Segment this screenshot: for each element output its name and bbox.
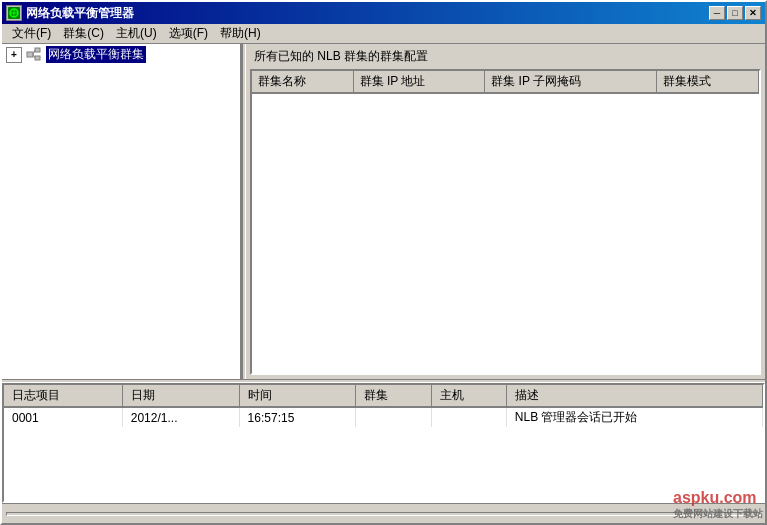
tree-expander[interactable]: + bbox=[6, 47, 22, 63]
log-col-time: 时间 bbox=[239, 385, 356, 407]
right-panel: 所有已知的 NLB 群集的群集配置 群集名称 群集 IP 地址 群集 IP 子网… bbox=[246, 44, 765, 379]
menu-help[interactable]: 帮助(H) bbox=[214, 23, 267, 44]
log-row: 00012012/1...16:57:15NLB 管理器会话已开始 bbox=[4, 407, 763, 427]
log-cell-cluster bbox=[356, 407, 431, 427]
log-cell-host bbox=[431, 407, 506, 427]
network-icon bbox=[26, 47, 42, 63]
log-table-container: 日志项目 日期 时间 群集 主机 描述 00012012/1...16:57:1… bbox=[2, 383, 765, 503]
tree-panel: + 网络负载平衡群集 bbox=[2, 44, 242, 379]
window-title: 网络负载平衡管理器 bbox=[26, 5, 134, 22]
log-col-date: 日期 bbox=[122, 385, 239, 407]
status-bar bbox=[2, 503, 765, 523]
title-bar-left: 网络负载平衡管理器 bbox=[6, 5, 134, 22]
title-buttons: ─ □ ✕ bbox=[709, 6, 761, 20]
menu-options[interactable]: 选项(F) bbox=[163, 23, 214, 44]
cluster-table: 群集名称 群集 IP 地址 群集 IP 子网掩码 群集模式 bbox=[252, 71, 759, 94]
menu-host[interactable]: 主机(U) bbox=[110, 23, 163, 44]
close-button[interactable]: ✕ bbox=[745, 6, 761, 20]
log-col-id: 日志项目 bbox=[4, 385, 122, 407]
tree-root-item[interactable]: + 网络负载平衡群集 bbox=[2, 44, 240, 65]
main-window: 网络负载平衡管理器 ─ □ ✕ 文件(F) 群集(C) 主机(U) 选项(F) … bbox=[0, 0, 767, 525]
log-cell-date: 2012/1... bbox=[122, 407, 239, 427]
status-panel bbox=[6, 512, 761, 516]
col-cluster-subnet: 群集 IP 子网掩码 bbox=[485, 71, 657, 93]
svg-rect-4 bbox=[27, 52, 33, 57]
minimize-button[interactable]: ─ bbox=[709, 6, 725, 20]
menu-file[interactable]: 文件(F) bbox=[6, 23, 57, 44]
col-cluster-name: 群集名称 bbox=[252, 71, 353, 93]
log-table-body: 00012012/1...16:57:15NLB 管理器会话已开始 bbox=[4, 407, 763, 427]
log-col-desc: 描述 bbox=[506, 385, 762, 407]
title-bar: 网络负载平衡管理器 ─ □ ✕ bbox=[2, 2, 765, 24]
log-cell-desc: NLB 管理器会话已开始 bbox=[506, 407, 762, 427]
log-table: 日志项目 日期 时间 群集 主机 描述 00012012/1...16:57:1… bbox=[4, 385, 763, 427]
log-cell-id: 0001 bbox=[4, 407, 122, 427]
menu-bar: 文件(F) 群集(C) 主机(U) 选项(F) 帮助(H) bbox=[2, 24, 765, 44]
tree-root-label: 网络负载平衡群集 bbox=[46, 46, 146, 63]
menu-cluster[interactable]: 群集(C) bbox=[57, 23, 110, 44]
col-cluster-ip: 群集 IP 地址 bbox=[353, 71, 485, 93]
cluster-table-container: 群集名称 群集 IP 地址 群集 IP 子网掩码 群集模式 bbox=[250, 69, 761, 375]
log-cell-time: 16:57:15 bbox=[239, 407, 356, 427]
log-col-host: 主机 bbox=[431, 385, 506, 407]
svg-rect-6 bbox=[35, 56, 40, 60]
log-panel: 日志项目 日期 时间 群集 主机 描述 00012012/1...16:57:1… bbox=[2, 383, 765, 503]
panel-header: 所有已知的 NLB 群集的群集配置 bbox=[246, 44, 765, 69]
main-area: + 网络负载平衡群集 所有已知的 NLB 群集的群集配置 群 bbox=[2, 44, 765, 379]
app-icon bbox=[6, 5, 22, 21]
svg-rect-5 bbox=[35, 48, 40, 52]
log-col-cluster: 群集 bbox=[356, 385, 431, 407]
maximize-button[interactable]: □ bbox=[727, 6, 743, 20]
col-cluster-mode: 群集模式 bbox=[657, 71, 759, 93]
